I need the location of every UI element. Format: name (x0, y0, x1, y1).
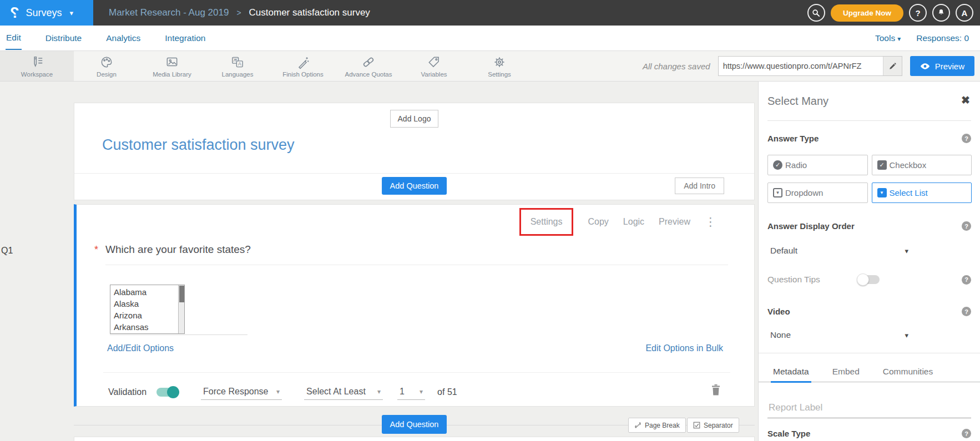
radio-check-icon: ✓ (773, 160, 782, 170)
listbox-scrollbar[interactable] (178, 285, 184, 333)
toolbar-item-label: Advance Quotas (345, 71, 392, 78)
add-intro-button[interactable]: Add Intro (675, 178, 724, 194)
survey-url-input[interactable] (719, 57, 883, 75)
separator-button[interactable]: Separator (687, 418, 739, 433)
validation-rule-dropdown[interactable]: Force Response ▾ (201, 385, 282, 400)
help-icon[interactable]: ? (962, 429, 971, 438)
account-avatar[interactable]: A (956, 4, 973, 22)
breadcrumb: Market Research - Aug 2019 > Customer sa… (93, 7, 370, 18)
answer-type-row: Answer Type ? (767, 134, 971, 143)
answer-listbox[interactable]: Alabama Alaska Arizona Arkansas (110, 285, 185, 334)
notifications-button[interactable] (932, 4, 950, 22)
answer-type-checkbox[interactable]: ✓ Checkbox (872, 155, 972, 175)
toolbar-item-design[interactable]: Design (74, 51, 139, 81)
tag-icon (427, 55, 441, 69)
edit-url-button[interactable] (883, 57, 902, 75)
question-text[interactable]: Which are your favorite states? (105, 244, 251, 256)
report-label-input[interactable] (767, 398, 971, 418)
tab-analytics[interactable]: Analytics (105, 27, 141, 49)
validation-label: Validation (108, 387, 147, 397)
separator-label: Separator (704, 422, 733, 429)
toolbar-item-finish-options[interactable]: Finish Options (270, 51, 336, 81)
toolbar-item-label: Settings (488, 71, 511, 78)
section-nav: Edit Distribute Analytics Integration To… (0, 26, 980, 50)
answer-type-dropdown[interactable]: ▼ Dropdown (767, 183, 868, 203)
question-settings-button[interactable]: Settings (531, 217, 563, 226)
page-break-button[interactable]: Page Break (628, 418, 686, 433)
responses-count[interactable]: Responses: 0 (916, 33, 969, 43)
required-asterisk: * (94, 244, 98, 256)
tab-edit[interactable]: Edit (6, 27, 22, 50)
breadcrumb-current[interactable]: Customer satisfaction survey (249, 7, 370, 18)
toolbar-item-workspace[interactable]: Workspace (0, 51, 74, 81)
nav-right: Tools▾ Responses: 0 (875, 26, 969, 50)
min-count-dropdown[interactable]: 1 ▾ (397, 385, 425, 400)
answer-type-radio[interactable]: ✓ Radio (767, 155, 868, 175)
kebab-menu-icon[interactable]: ⋮ (705, 215, 716, 229)
answer-option[interactable]: Alabama (114, 286, 184, 298)
report-label-field-wrap (767, 398, 971, 418)
gear-icon (492, 55, 507, 69)
answer-type-select-list[interactable]: ▼ Select List (872, 183, 972, 203)
answer-display-order-value: Default (770, 246, 797, 256)
toolbar-item-variables[interactable]: Variables (401, 51, 467, 81)
tab-communities[interactable]: Communities (881, 361, 935, 383)
tools-menu[interactable]: Tools▾ (875, 33, 901, 43)
video-label: Video (767, 307, 790, 316)
answer-type-option-label: Select List (890, 188, 928, 197)
toolbar-item-media-library[interactable]: Media Library (139, 51, 205, 81)
toolbar-item-settings[interactable]: Settings (467, 51, 532, 81)
chevron-down-icon: ▾ (377, 388, 381, 396)
search-button[interactable] (807, 4, 825, 22)
translate-icon: ЖA (230, 55, 245, 69)
question-logic-button[interactable]: Logic (623, 217, 644, 227)
answer-option[interactable]: Arkansas (114, 321, 184, 333)
toolbar-item-advance-quotas[interactable]: Advance Quotas (336, 51, 401, 81)
tab-metadata[interactable]: Metadata (771, 361, 811, 383)
answer-option[interactable]: Alaska (114, 298, 184, 310)
upgrade-now-button[interactable]: Upgrade Now (831, 4, 903, 22)
search-icon (811, 8, 821, 18)
chevron-down-icon: ▾ (905, 247, 908, 255)
toolbar-item-languages[interactable]: ЖA Languages (205, 51, 270, 81)
question-card: Settings Copy Logic Preview ⋮ * Which ar… (74, 204, 755, 407)
video-dropdown[interactable]: None ▾ (767, 330, 911, 340)
validation-toggle[interactable] (156, 388, 178, 397)
delete-question-button[interactable] (711, 383, 721, 399)
add-logo-button[interactable]: Add Logo (390, 110, 439, 128)
tab-distribute[interactable]: Distribute (45, 27, 82, 49)
avatar-initial: A (962, 8, 968, 18)
answer-type-label: Answer Type (767, 134, 819, 143)
toolbar-item-label: Workspace (21, 71, 53, 78)
answer-display-order-dropdown[interactable]: Default ▾ (767, 246, 911, 256)
add-edit-options-link[interactable]: Add/Edit Options (107, 343, 174, 353)
help-icon[interactable]: ? (962, 307, 971, 316)
question-copy-button[interactable]: Copy (588, 217, 608, 227)
answer-type-option-label: Checkbox (890, 160, 927, 170)
tab-integration[interactable]: Integration (164, 27, 206, 49)
help-icon[interactable]: ? (962, 134, 971, 143)
divider (105, 265, 728, 265)
edit-options-in-bulk-link[interactable]: Edit Options in Bulk (645, 343, 723, 353)
add-question-button-bottom[interactable]: Add Question (382, 415, 447, 434)
survey-title[interactable]: Customer satisfaction survey (102, 136, 295, 154)
select-list-box-icon: ▼ (877, 188, 887, 197)
close-icon[interactable]: ✖ (961, 94, 970, 107)
scale-type-label: Scale Type (767, 429, 810, 438)
breadcrumb-folder[interactable]: Market Research - Aug 2019 (109, 7, 229, 18)
scrollbar-thumb[interactable] (179, 286, 184, 302)
help-icon[interactable]: ? (962, 221, 971, 231)
toolbar-right: All changes saved Preview (643, 51, 974, 81)
answer-option[interactable]: Arizona (114, 310, 184, 321)
add-question-button-top[interactable]: Add Question (382, 177, 447, 195)
question-tips-toggle[interactable] (858, 275, 880, 284)
top-bar-actions: Upgrade Now ? A (807, 0, 973, 26)
surveys-menu[interactable]: ? Surveys ▾ (0, 0, 93, 26)
tab-embed[interactable]: Embed (830, 361, 862, 383)
help-button[interactable]: ? (909, 4, 927, 22)
answer-display-order-label: Answer Display Order (767, 221, 855, 231)
selection-rule-dropdown[interactable]: Select At Least ▾ (304, 385, 383, 400)
question-preview-button[interactable]: Preview (659, 217, 690, 227)
preview-button[interactable]: Preview (910, 56, 974, 76)
help-icon[interactable]: ? (962, 275, 971, 285)
